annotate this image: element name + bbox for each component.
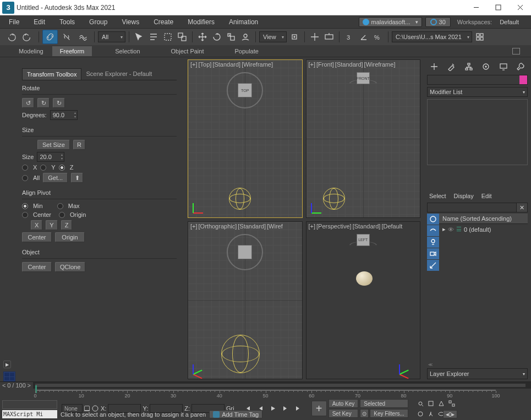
viewport-top[interactable]: [+][Top][Standard][Wireframe] TOP xyxy=(188,59,303,218)
maxscript-listener[interactable]: MAXScript Mi xyxy=(2,410,57,418)
close-button[interactable] xyxy=(509,0,531,15)
time-ruler[interactable]: 0102030405060708090100 xyxy=(35,390,496,399)
time-slider[interactable]: <0 / 100> xyxy=(0,382,531,389)
size-y-radio[interactable] xyxy=(40,165,46,171)
scene-filter-lights-icon[interactable] xyxy=(427,237,439,248)
align-x-button[interactable]: X xyxy=(31,220,42,230)
viewport-ortho-label[interactable]: [+][Orthographic][Standard][Wiref xyxy=(190,223,284,230)
viewport-persp-label[interactable]: [+][Perspective][Standard][Default xyxy=(309,223,404,230)
angle-snap-button[interactable] xyxy=(357,30,370,43)
scene-search-input[interactable] xyxy=(427,203,517,212)
size-spinner[interactable]: 20.0 xyxy=(37,152,64,162)
scene-display-tab[interactable]: Display xyxy=(454,193,474,199)
ribbon-objectpaint[interactable]: Object Paint xyxy=(163,46,212,56)
scene-filter-cameras-icon[interactable] xyxy=(427,248,439,259)
rotate-cw-button[interactable]: ↻ xyxy=(53,98,65,108)
ribbon-freeform[interactable]: Freeform xyxy=(52,46,92,56)
layer-explorer-dropdown[interactable]: Layer Explorer xyxy=(427,368,528,379)
link-button[interactable] xyxy=(42,30,58,44)
selection-filter-dropdown[interactable]: All xyxy=(98,31,125,42)
select-by-name-button[interactable] xyxy=(147,30,160,43)
cmd-motion-tab[interactable] xyxy=(479,61,493,73)
scene-filter-shapes-icon[interactable] xyxy=(427,225,439,236)
ribbon-selection[interactable]: Selection xyxy=(107,46,147,56)
scene-edit-tab[interactable]: Edit xyxy=(481,193,492,199)
size-x-radio[interactable] xyxy=(22,165,28,171)
scroll-marker-icon[interactable]: ≪ xyxy=(428,362,528,367)
menu-animation[interactable]: Animation xyxy=(222,17,265,28)
viewport-front[interactable]: [+][Front][Standard][Wireframe] FRONT xyxy=(306,59,421,218)
project-path-dropdown[interactable]: C:\Users\U...s Max 2021 xyxy=(392,31,472,42)
modifier-stack[interactable] xyxy=(427,99,528,165)
preview-thumbnail[interactable] xyxy=(2,400,57,409)
bind-spacewarp-button[interactable] xyxy=(75,30,91,44)
placement-button[interactable] xyxy=(239,30,252,43)
align-origin-button[interactable]: Origin xyxy=(55,232,85,242)
viewport-front-label[interactable]: [+][Front][Standard][Wireframe] xyxy=(309,61,397,68)
align-center-button[interactable]: Center xyxy=(22,232,52,242)
nav-pan-button[interactable] xyxy=(415,399,426,408)
panel-expand-button[interactable]: ▶ xyxy=(3,361,11,368)
object-qclone-button[interactable]: QClone xyxy=(55,262,85,272)
setsize-button[interactable]: Set Size xyxy=(37,140,70,150)
viewport-ortho[interactable]: [+][Orthographic][Standard][Wiref xyxy=(188,221,303,380)
redo-button[interactable] xyxy=(20,30,35,44)
menu-edit[interactable]: Edit xyxy=(27,17,52,28)
cmd-create-tab[interactable] xyxy=(427,61,441,73)
keyboard-shortcut-button[interactable] xyxy=(322,30,336,43)
modifier-list-dropdown[interactable]: Modifier List xyxy=(427,87,528,97)
rotate-ccw-button[interactable]: ↺ xyxy=(22,98,34,108)
panel-tab-scene[interactable]: Scene Explorer - Default xyxy=(81,68,156,80)
align-z-button[interactable]: Z xyxy=(61,220,73,230)
panel-tab-transform[interactable]: Transform Toolbox xyxy=(22,68,81,80)
rotate-button[interactable] xyxy=(210,30,223,43)
notification-pill[interactable]: 30 xyxy=(425,17,451,27)
viewport-perspective[interactable]: [+][Perspective][Standard][Default LEFT xyxy=(306,221,421,380)
select-rect-button[interactable] xyxy=(161,30,174,43)
scene-filter-helpers-icon[interactable] xyxy=(427,260,439,271)
cmd-hierarchy-tab[interactable] xyxy=(462,61,476,73)
undo-button[interactable] xyxy=(3,30,19,44)
cmd-modify-tab[interactable] xyxy=(444,61,458,73)
workspace-dropdown[interactable]: Default xyxy=(496,18,529,26)
ref-coord-dropdown[interactable]: View xyxy=(259,31,287,42)
snap-button[interactable]: 3 xyxy=(343,30,356,43)
menu-modifiers[interactable]: Modifiers xyxy=(181,17,221,28)
align-center-radio[interactable] xyxy=(22,212,28,218)
scale-button[interactable] xyxy=(225,30,238,43)
project-browse-button[interactable] xyxy=(473,30,486,43)
align-origin-radio[interactable] xyxy=(59,212,65,218)
percent-snap-button[interactable]: % xyxy=(371,30,385,43)
nav-fov-button[interactable] xyxy=(436,399,447,408)
eye-icon[interactable]: 👁 xyxy=(448,226,454,233)
key-target-dropdown[interactable]: Selected xyxy=(360,399,408,408)
align-min-radio[interactable] xyxy=(22,203,28,209)
viewport-layout-button[interactable] xyxy=(3,372,15,381)
cmd-utilities-tab[interactable] xyxy=(513,61,528,73)
minimize-button[interactable] xyxy=(465,0,487,15)
maximize-button[interactable] xyxy=(487,0,509,15)
window-crossing-button[interactable] xyxy=(176,30,189,43)
menu-group[interactable]: Group xyxy=(83,17,114,28)
viewcube-ortho[interactable] xyxy=(227,234,263,270)
size-z-radio[interactable] xyxy=(59,165,65,171)
pick-arrow-button[interactable]: ⬆ xyxy=(71,173,83,183)
autokey-button[interactable]: Auto Key xyxy=(329,399,359,408)
nav-zoomall-button[interactable] xyxy=(446,399,457,408)
ribbon-populate[interactable]: Populate xyxy=(227,46,266,56)
menu-file[interactable]: File xyxy=(2,17,26,28)
viewcube-front[interactable]: FRONT xyxy=(349,72,377,86)
align-y-button[interactable]: Y xyxy=(46,220,57,230)
user-account-dropdown[interactable]: malavidasoft... xyxy=(359,17,422,27)
menu-tools[interactable]: Tools xyxy=(53,17,81,28)
move-button[interactable] xyxy=(196,30,209,43)
ribbon-modeling[interactable]: Modeling xyxy=(11,46,51,56)
viewport-top-label[interactable]: [+][Top][Standard][Wireframe] xyxy=(190,61,274,68)
rotate-180-button[interactable]: ↻ xyxy=(37,98,50,108)
menu-create[interactable]: Create xyxy=(147,17,180,28)
r-button[interactable]: R xyxy=(73,140,85,150)
frame-spinner[interactable]: ◂ 0 ▸ xyxy=(443,410,457,418)
viewcube-top[interactable]: TOP xyxy=(227,72,263,108)
pivot-center-button[interactable] xyxy=(288,30,301,43)
menu-views[interactable]: Views xyxy=(115,17,146,28)
